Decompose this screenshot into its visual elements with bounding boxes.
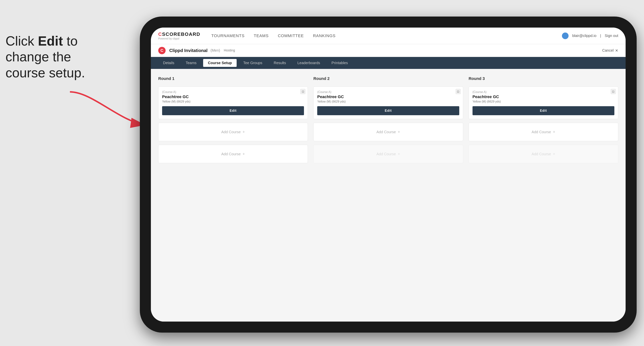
add-course-text-5: Add Course +: [532, 130, 555, 134]
tournament-status: Hosting: [224, 48, 235, 52]
round-3-course-details: Yellow (M) (6629 yds): [472, 100, 614, 103]
tournament-logo: C: [158, 47, 166, 54]
delete-icon-2: ⊡: [457, 90, 459, 93]
round-2-add-course-2: Add Course +: [313, 145, 463, 163]
add-course-label-6: Add Course: [532, 152, 551, 156]
round-1-course-card: ⊡ (Course A) Peachtree GC Yellow (M) (66…: [158, 87, 308, 119]
round-2-course-details: Yellow (M) (6629 yds): [317, 100, 459, 103]
close-icon: ✕: [615, 48, 618, 53]
logo-scoreboard: CSCOREBOARD: [158, 31, 200, 37]
user-avatar: [562, 32, 568, 39]
add-course-text-6: Add Course +: [532, 152, 555, 156]
nav-pipe: |: [600, 34, 601, 38]
add-course-label-1: Add Course: [221, 130, 241, 134]
round-2-column: Round 2 ⊡ (Course A) Peachtree GC Yellow…: [313, 76, 463, 163]
add-course-text-2: Add Course +: [221, 152, 245, 156]
round-2-course-card: ⊡ (Course A) Peachtree GC Yellow (M) (66…: [313, 87, 463, 119]
sign-out-link[interactable]: Sign out: [605, 34, 618, 38]
nav-tournaments[interactable]: TOURNAMENTS: [212, 33, 245, 38]
tab-tee-groups[interactable]: Tee Groups: [238, 59, 267, 67]
delete-icon: ⊡: [302, 90, 304, 93]
round-1-add-course-2[interactable]: Add Course +: [158, 145, 308, 163]
round-1-column: Round 1 ⊡ (Course A) Peachtree GC Yellow…: [158, 76, 308, 163]
tab-results[interactable]: Results: [269, 59, 291, 67]
tournament-bar: C Clippd Invitational (Men) Hosting Canc…: [151, 44, 626, 57]
plus-icon-2: +: [242, 152, 245, 156]
instruction-bold: Edit: [38, 34, 63, 48]
tournament-gender: (Men): [210, 48, 220, 53]
round-3-course-card: ⊡ (Course A) Peachtree GC Yellow (M) (66…: [469, 87, 618, 119]
cancel-button[interactable]: Cancel ✕: [602, 48, 618, 53]
add-course-label-4: Add Course: [376, 152, 396, 156]
add-course-label-3: Add Course: [376, 130, 396, 134]
main-content: Round 1 ⊡ (Course A) Peachtree GC Yellow…: [151, 69, 626, 322]
plus-icon-3: +: [398, 130, 400, 134]
round-2-add-course-1[interactable]: Add Course +: [313, 123, 463, 141]
plus-icon-1: +: [242, 130, 245, 134]
tab-leaderboards[interactable]: Leaderboards: [292, 59, 325, 67]
round-2-delete-button[interactable]: ⊡: [456, 89, 461, 94]
round-1-header: Round 1: [158, 76, 308, 81]
nav-committee[interactable]: COMMITTEE: [278, 33, 304, 38]
plus-icon-4: +: [398, 152, 400, 156]
round-1-edit-button[interactable]: Edit: [162, 106, 304, 115]
plus-icon-6: +: [553, 152, 555, 156]
add-course-text-4: Add Course +: [376, 152, 400, 156]
nav-teams[interactable]: TEAMS: [254, 33, 269, 38]
round-1-add-course-1[interactable]: Add Course +: [158, 123, 308, 141]
user-email: blair@clippd.io: [572, 34, 596, 38]
tablet-screen: CSCOREBOARD Powered by clippd TOURNAMENT…: [151, 27, 626, 322]
round-1-course-details: Yellow (M) (6629 yds): [162, 100, 304, 103]
rounds-grid: Round 1 ⊡ (Course A) Peachtree GC Yellow…: [158, 76, 618, 163]
add-course-label-2: Add Course: [221, 152, 241, 156]
top-nav: CSCOREBOARD Powered by clippd TOURNAMENT…: [151, 27, 626, 44]
round-3-course-label: (Course A): [472, 90, 614, 94]
round-2-course-name: Peachtree GC: [317, 94, 459, 99]
instruction-text: Click Edit to change the course setup.: [6, 33, 112, 81]
instruction-prefix: Click: [6, 34, 38, 48]
tab-teams[interactable]: Teams: [181, 59, 201, 67]
tablet-frame: CSCOREBOARD Powered by clippd TOURNAMENT…: [140, 16, 637, 333]
tab-details[interactable]: Details: [158, 59, 179, 67]
round-1-delete-button[interactable]: ⊡: [300, 89, 306, 94]
round-3-add-course-1[interactable]: Add Course +: [469, 123, 618, 141]
cancel-label: Cancel: [602, 48, 614, 53]
tab-course-setup[interactable]: Course Setup: [203, 59, 236, 67]
nav-rankings[interactable]: RANKINGS: [313, 33, 336, 38]
tab-printables[interactable]: Printables: [327, 59, 353, 67]
round-1-course-label: (Course A): [162, 90, 304, 94]
nav-right: blair@clippd.io | Sign out: [562, 32, 618, 39]
add-course-text-3: Add Course +: [376, 130, 400, 134]
round-3-delete-button[interactable]: ⊡: [611, 89, 616, 94]
round-2-header: Round 2: [313, 76, 463, 81]
sub-tabs: Details Teams Course Setup Tee Groups Re…: [151, 57, 626, 69]
round-3-course-name: Peachtree GC: [472, 94, 614, 99]
logo-text: SCOREBOARD: [162, 31, 200, 37]
round-3-header: Round 3: [469, 76, 618, 81]
add-course-label-5: Add Course: [532, 130, 551, 134]
round-3-add-course-2: Add Course +: [469, 145, 618, 163]
add-course-text-1: Add Course +: [221, 130, 245, 134]
tournament-name: Clippd Invitational: [169, 48, 208, 53]
logo-area: CSCOREBOARD Powered by clippd: [158, 31, 200, 40]
round-3-column: Round 3 ⊡ (Course A) Peachtree GC Yellow…: [469, 76, 618, 163]
plus-icon-5: +: [553, 130, 555, 134]
round-2-edit-button[interactable]: Edit: [317, 106, 459, 115]
round-3-edit-button[interactable]: Edit: [472, 106, 614, 115]
logo-c-letter: C: [158, 31, 162, 37]
round-1-course-name: Peachtree GC: [162, 94, 304, 99]
logo-sub: Powered by clippd: [158, 37, 200, 40]
delete-icon-3: ⊡: [612, 90, 614, 93]
nav-items: TOURNAMENTS TEAMS COMMITTEE RANKINGS: [212, 33, 562, 38]
round-2-course-label: (Course A): [317, 90, 459, 94]
